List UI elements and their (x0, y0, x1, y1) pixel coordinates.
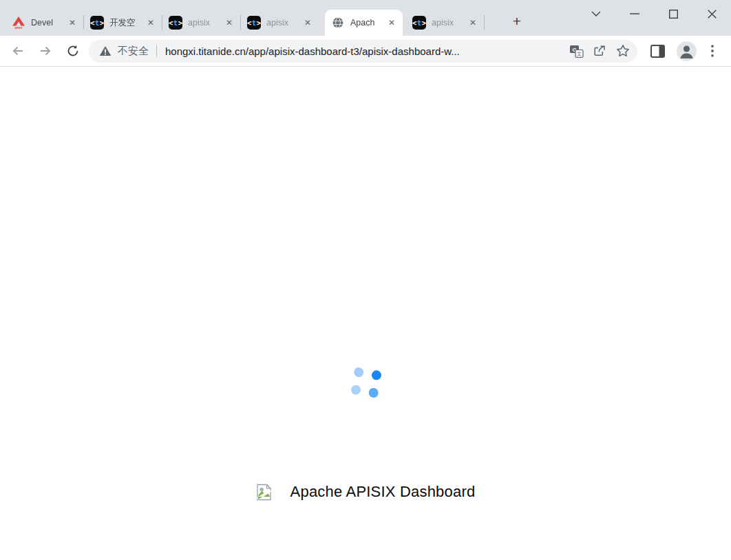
tab-dev-space[interactable]: <t> 开发空 ✕ (84, 10, 162, 36)
tab-separator (484, 15, 485, 30)
browser-window: APISIX Devel ✕ <t> 开发空 ✕ <t> apisix ✕ <t… (0, 0, 731, 560)
forward-icon[interactable] (32, 39, 59, 63)
titanide-code-icon: <t> (90, 16, 104, 30)
titanide-code-icon: <t> (169, 16, 182, 30)
close-icon[interactable]: ✕ (145, 17, 157, 29)
address-bar[interactable]: 不安全 hongxi.titanide.cn/app/apisix-dashbo… (89, 40, 637, 63)
close-icon[interactable]: ✕ (467, 17, 479, 29)
tab-separator (83, 15, 84, 30)
reload-icon[interactable] (59, 39, 87, 63)
broken-image-icon (256, 484, 272, 501)
profile-avatar[interactable] (672, 38, 701, 64)
new-tab-button[interactable]: + (507, 12, 527, 31)
spinner-dot (371, 369, 382, 380)
tab-apisix-3[interactable]: <t> apisix ✕ (406, 10, 484, 36)
tab-label: Devel (31, 18, 65, 28)
close-window-icon[interactable] (692, 0, 731, 28)
window-controls (577, 0, 731, 28)
side-panel-icon[interactable] (643, 38, 672, 64)
tab-separator (162, 15, 162, 30)
security-status-label[interactable]: 不安全 (118, 45, 149, 58)
tab-apisix-2[interactable]: <t> apisix ✕ (241, 10, 319, 36)
tab-list: APISIX Devel ✕ <t> 开发空 ✕ <t> apisix ✕ <t… (6, 0, 485, 36)
menu-dots-icon[interactable] (701, 38, 724, 64)
tab-label: Apach (350, 18, 384, 28)
tab-label: apisix (188, 18, 222, 28)
toolbar-right-cluster (637, 38, 731, 64)
close-icon[interactable]: ✕ (301, 17, 314, 29)
spinner-dot (368, 387, 379, 398)
tab-devel[interactable]: APISIX Devel ✕ (6, 10, 83, 36)
maximize-icon[interactable] (654, 0, 692, 28)
svg-text:APISIX: APISIX (14, 27, 23, 30)
back-icon[interactable] (4, 39, 32, 63)
page-content: Apache APISIX Dashboard (0, 67, 731, 560)
url-text[interactable]: hongxi.titanide.cn/app/apisix-dashboard-… (165, 45, 564, 57)
minimize-icon[interactable] (615, 0, 654, 28)
not-secure-warning-icon (99, 45, 112, 56)
svg-text:文: 文 (576, 51, 582, 57)
bookmark-star-icon[interactable] (611, 41, 635, 61)
loading-spinner (350, 367, 382, 398)
tab-label: 开发空 (109, 17, 143, 29)
titanide-code-icon: <t> (247, 16, 261, 30)
tab-apache-active[interactable]: Apach ✕ (325, 10, 403, 36)
close-icon[interactable]: ✕ (66, 17, 78, 29)
tab-separator (240, 15, 241, 30)
translate-icon[interactable]: G 文 (564, 41, 588, 61)
page-title: Apache APISIX Dashboard (290, 483, 476, 501)
tab-label: apisix (266, 18, 300, 28)
tab-strip: APISIX Devel ✕ <t> 开发空 ✕ <t> apisix ✕ <t… (0, 0, 731, 36)
tab-search-chevron-icon[interactable] (577, 0, 615, 28)
brand-row: Apache APISIX Dashboard (0, 483, 731, 501)
omnibox-divider (156, 45, 157, 57)
apisix-logo-icon: APISIX (12, 16, 25, 30)
tab-label: apisix (432, 18, 465, 28)
user-icon (677, 41, 697, 61)
spinner-dot (353, 367, 364, 378)
spinner-dot (350, 385, 361, 396)
share-icon[interactable] (588, 41, 611, 61)
globe-icon (331, 16, 345, 30)
close-icon[interactable]: ✕ (223, 17, 235, 29)
close-icon[interactable]: ✕ (385, 17, 398, 29)
browser-toolbar: 不安全 hongxi.titanide.cn/app/apisix-dashbo… (0, 36, 731, 67)
tab-apisix-1[interactable]: <t> apisix ✕ (162, 10, 240, 36)
titanide-code-icon: <t> (412, 16, 426, 30)
